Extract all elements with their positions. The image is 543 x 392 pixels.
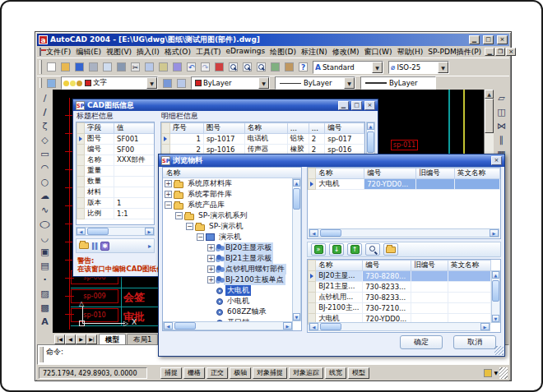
scroll-left-icon[interactable]: ◀ [164,322,173,330]
toolbar-icon[interactable] [226,60,240,74]
toolbar-icon[interactable] [142,60,156,74]
bom-row[interactable]: 点钞机用... 730-8233... [309,293,491,303]
draw-tool-icon[interactable] [38,259,52,273]
status-toggle-button[interactable]: 对象追踪 [289,367,323,379]
draw-tool-icon[interactable] [38,105,52,119]
draw-tool-icon[interactable] [38,147,52,161]
toolbar-icon[interactable] [100,60,114,74]
draw-tool-icon[interactable] [38,273,52,287]
close-button[interactable]: × [497,35,508,44]
cancel-button[interactable]: 取消 [453,335,496,349]
scroll-thumb[interactable] [320,229,341,237]
toolbar-icon[interactable] [254,60,268,74]
tree-item[interactable]: SP-演示机 [163,221,292,232]
column-header[interactable]: 名称 [316,261,363,271]
tree-expand-icon[interactable] [207,276,215,284]
field-row[interactable]: 名称 XXX部件 [77,155,155,166]
field-row[interactable]: 比例 1:1 [77,209,155,219]
modify-tool-icon[interactable] [494,105,508,119]
scroll-up-icon[interactable]: ▲ [485,90,494,99]
dropdown-arrow-icon[interactable]: ▼ [344,77,355,89]
menu-item[interactable]: 编辑(E) [73,47,104,58]
dialog-resize-grip[interactable] [494,346,504,355]
menu-item[interactable]: 文件(F) [44,47,73,58]
field-row[interactable]: 数量 [77,177,155,187]
draw-tool-icon[interactable] [38,133,52,147]
bom-hscrollbar[interactable]: ◀ ▶ [309,322,490,331]
draw-tool-icon[interactable] [38,161,52,175]
field-row[interactable]: 重量 [77,166,155,177]
toolbar-icon[interactable] [184,60,198,74]
browse-dialog-titlebar[interactable]: SP 浏览物料 × [159,154,504,167]
toolbar-icon[interactable] [114,60,128,74]
column-header[interactable]: 字段 [85,123,114,134]
toolbar-icon[interactable] [58,60,72,74]
scroll-thumb[interactable] [320,323,341,330]
bom-row[interactable]: BJ21主显... 730-8233... [309,282,491,293]
layout-tab[interactable]: 布局1 [127,334,158,344]
scroll-right-icon[interactable]: ▶ [145,228,154,235]
tree-column-header[interactable]: 名称 [163,168,301,178]
title-block-hscrollbar[interactable]: ◀ ▶ [76,227,155,236]
tree-expand-icon[interactable] [207,255,215,262]
scroll-up-icon[interactable]: ▲ [293,179,300,187]
ok-button[interactable]: 确定 [400,335,443,349]
scroll-down-icon[interactable]: ▼ [492,315,499,322]
scroll-right-icon[interactable]: ▶ [480,323,490,330]
toolbar-overflow-icon[interactable]: ▸ [148,242,151,250]
make-layer-current-icon[interactable] [160,76,174,90]
column-header[interactable]: 名称 [244,123,287,134]
dropdown-arrow-icon[interactable]: ▼ [438,62,448,73]
field-value-cell[interactable] [114,177,155,187]
field-value-cell[interactable] [114,187,155,198]
status-toggle-button[interactable]: 线宽 [325,367,346,379]
toolbar-icon[interactable] [170,60,184,74]
tree-item[interactable]: 608ZZ轴承 [163,307,292,317]
text-style-combo[interactable]: A Standard ▼ [313,61,383,74]
dropdown-arrow-icon[interactable]: ▼ [146,77,157,89]
field-value-cell[interactable]: SF001 [114,134,155,145]
column-header[interactable]: 旧编号 [416,168,455,179]
settings-icon[interactable]: ✱ [100,242,109,251]
menu-item[interactable]: 插入(I) [134,47,162,58]
tree-expand-icon[interactable] [207,244,215,251]
tree-item[interactable]: SP-演示机系列 [163,210,292,221]
draw-tool-icon[interactable] [38,217,52,231]
layer-previous-icon[interactable] [174,76,188,90]
column-header[interactable]: 序号 [169,123,203,134]
field-value-cell[interactable]: 1:1 [114,209,155,219]
bom-row[interactable]: BJ20主显... 730-8280... [309,271,491,282]
column-header[interactable]: 旧编号 [411,261,448,271]
title-bar[interactable]: a AutoCAD 2004 - [E:\UG\dwg\图纸\测试用图(部件).… [37,34,509,46]
search-icon[interactable] [365,243,380,256]
modify-tool-icon[interactable] [494,133,508,147]
linetype-combo[interactable]: ByLayer ▼ [275,76,355,90]
menu-item[interactable]: 窗口(W) [362,47,395,58]
toolbar-grip[interactable] [39,78,42,89]
bom-vscrollbar[interactable]: ▲ ▼ [491,270,500,323]
scroll-down-icon[interactable]: ▼ [293,313,300,321]
dialog-close-button[interactable]: × [364,101,375,110]
tree-item[interactable]: BJ21主显示板 [163,253,292,264]
move-down-icon[interactable]: ↓ [329,243,344,256]
minimize-button[interactable]: ▁ [469,35,480,44]
field-row[interactable]: 版本 1 [77,198,155,209]
status-toggle-button[interactable]: 模型 [348,367,369,379]
draw-tool-icon[interactable] [38,175,52,189]
scroll-thumb[interactable] [87,228,109,235]
scroll-left-icon[interactable]: ◀ [309,229,318,237]
tree-item[interactable]: BJ-2100主板单点 [163,274,292,285]
column-header[interactable]: 名称 [316,168,364,179]
column-header[interactable]: ... [287,123,309,134]
tab-nav-button[interactable]: |◀ [54,334,65,344]
open-folder-icon[interactable] [383,243,398,256]
scroll-up-icon[interactable]: ▲ [492,271,499,279]
status-toggle-button[interactable]: 捕捉 [160,367,182,379]
draw-tool-icon[interactable] [38,301,52,315]
tree-vscrollbar[interactable]: ▲ ▼ [292,178,301,321]
tree-item[interactable]: 系统原材料库 [163,178,292,189]
scroll-left-icon[interactable]: ◀ [309,323,318,330]
column-header[interactable]: 编号 [325,123,364,134]
field-row[interactable]: 编号 SF00 [77,145,155,155]
column-header[interactable]: 值 [114,123,155,134]
